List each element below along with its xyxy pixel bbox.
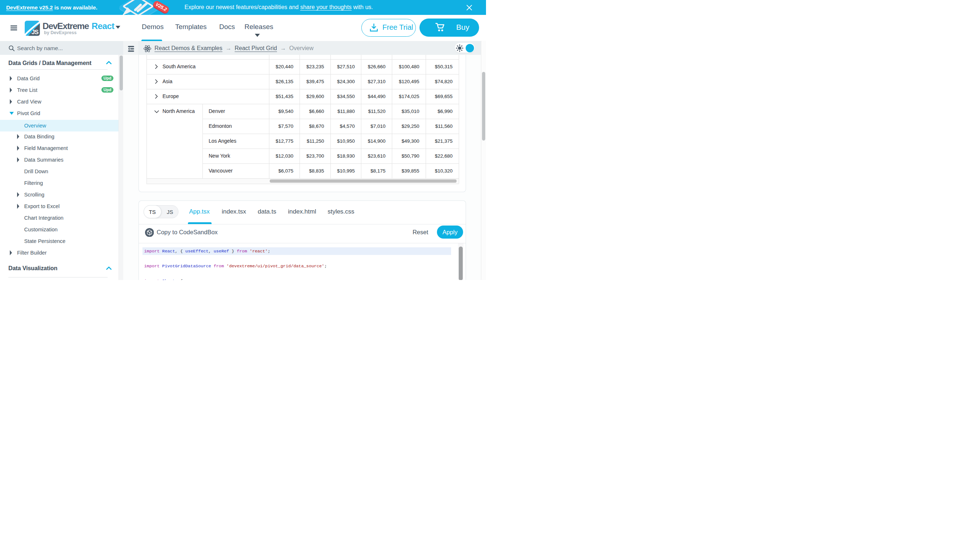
svg-text:JS: JS bbox=[32, 29, 38, 36]
